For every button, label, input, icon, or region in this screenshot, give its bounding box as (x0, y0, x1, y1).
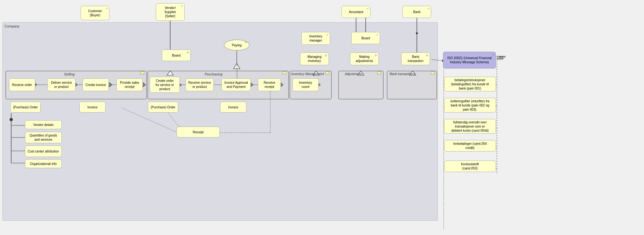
selling-label: Selling (64, 72, 75, 76)
camt054c-box[interactable]: Innbetalinger (camt.054credit) (444, 140, 496, 152)
vendor-details-box[interactable]: Vendor details (25, 120, 62, 129)
svg-marker-54 (75, 83, 77, 87)
create-invoice-task[interactable]: Create invoice (83, 78, 109, 91)
invoice-sell-doc[interactable]: Invoice (79, 102, 106, 113)
bank-icon: ↗ (427, 7, 430, 11)
svg-line-43 (431, 59, 443, 61)
inventory-manager-role[interactable]: Inventorymanager ↗ (301, 32, 330, 45)
svg-marker-8 (167, 71, 173, 75)
accountant-actor[interactable]: Acountant ↗ (342, 6, 370, 18)
adjustments-label: Adjustments (345, 72, 362, 76)
paying-icon: ⊖ (245, 41, 247, 44)
purchasing-role[interactable]: Board ⊖ (162, 50, 191, 61)
purchase-order-sell-doc[interactable]: (Purchase) Order (10, 102, 41, 113)
svg-marker-64 (281, 83, 283, 87)
inventory-count-task[interactable]: Inventorycount (292, 78, 319, 91)
board-role[interactable]: Board ↗ (351, 32, 380, 44)
receive-receipt-task[interactable]: Receivereceipt (258, 78, 281, 91)
board-icon: ↗ (376, 33, 378, 37)
inv-mgmt-label: Inventory Management (291, 72, 324, 76)
svg-rect-0 (3, 22, 438, 221)
invoice-buy-doc[interactable]: Invoice (220, 102, 246, 113)
svg-line-67 (237, 51, 237, 78)
pain002-box[interactable]: kvitteringsfiler (returfiler) frabank ti… (444, 98, 496, 113)
receive-service-task[interactable]: Receive serviceor product (186, 78, 214, 91)
svg-marker-58 (143, 83, 146, 87)
svg-marker-77 (502, 56, 505, 59)
svg-marker-62 (251, 83, 253, 87)
company-label: Company (4, 24, 20, 28)
customer-icon: ↗ (105, 7, 108, 11)
managing-inv-icon: ⊖ (325, 54, 327, 58)
svg-marker-74 (497, 56, 501, 59)
invoice-approval-task[interactable]: Invoice Approvaland Payment (221, 78, 251, 91)
svg-marker-75 (499, 56, 502, 59)
quantities-box[interactable]: Quantities of goodsand services (25, 132, 62, 143)
camt053-box[interactable]: Kontoutskrift(camt.053) (444, 161, 496, 172)
receipt-doc[interactable]: Receipt (177, 127, 220, 137)
camt054d-box[interactable]: fullstendig oversikt overtransaksjoner s… (444, 119, 496, 134)
bank-trans-role-icon: ⊖ (426, 54, 428, 58)
iso-box[interactable]: ISO 20022 (Universal FinancialIndustry M… (443, 52, 496, 68)
svg-marker-56 (110, 83, 112, 87)
deliver-service-task[interactable]: Deliver serviceor product (47, 78, 76, 91)
cost-center-box[interactable]: Cost center attribution (25, 145, 62, 157)
receive-order-task[interactable]: Recieve order (9, 78, 35, 91)
bank-transaction-role[interactable]: Banktransaction ⊖ (401, 52, 430, 65)
purchase-order-buy-doc[interactable]: (Purchase) Order (148, 102, 178, 113)
org-info-box[interactable]: Organizational info (25, 159, 62, 168)
managing-inventory-role[interactable]: Managinginventory ⊖ (300, 52, 329, 65)
provide-sales-task[interactable]: Provide salesreceipt (116, 78, 143, 91)
paying-role[interactable]: Paying ⊖ (224, 40, 250, 51)
pain001-box[interactable]: betalingsinstruksjoner(betalingsfiler) f… (444, 77, 496, 91)
making-adjustments-role[interactable]: Makingadjustments ⊖ (350, 52, 379, 65)
create-order-task[interactable]: Create orderfor service orproduct (150, 77, 180, 93)
svg-marker-55 (109, 83, 111, 87)
svg-marker-76 (501, 56, 504, 59)
svg-marker-57 (142, 83, 145, 87)
diagram-container: Company Customer(Buyer) ↗ Vendor/Supplie… (0, 0, 644, 235)
iso-icon: ↗ (492, 53, 494, 57)
making-adj-icon: ⊖ (375, 54, 377, 58)
vendor-actor[interactable]: Vendor/Supplier(Seller) ↗ (156, 3, 185, 21)
purchasing-role-icon: ⊖ (187, 51, 189, 55)
purchasing-label: Purchasing (205, 72, 222, 76)
svg-point-38 (10, 118, 13, 121)
svg-marker-7 (234, 63, 240, 69)
vendor-icon: ↗ (180, 4, 183, 8)
bank-trans-label: Bank transactions (390, 72, 415, 76)
customer-actor[interactable]: Customer(Buyer) ↗ (81, 6, 109, 20)
bank-actor[interactable]: Bank ↗ (402, 6, 431, 18)
inv-mgr-icon: ↗ (326, 33, 329, 37)
svg-point-13 (416, 32, 418, 34)
accountant-icon: ↗ (366, 7, 369, 11)
